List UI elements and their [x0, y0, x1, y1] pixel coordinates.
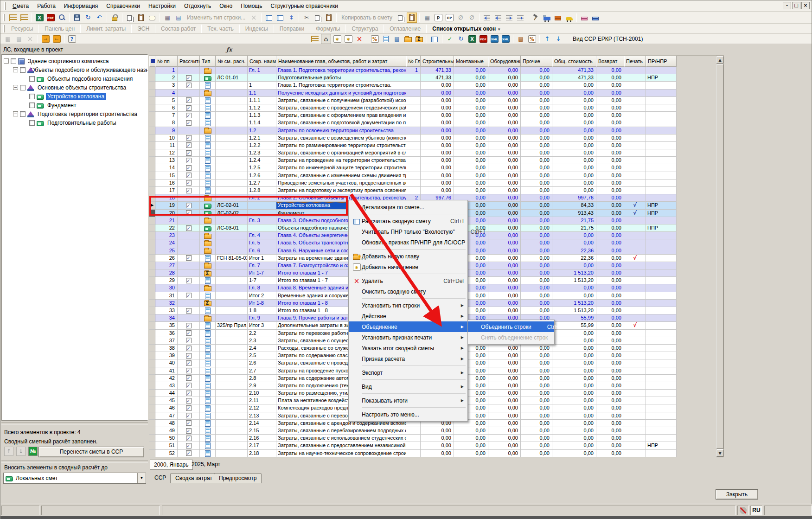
updown-button[interactable]: ↕ [286, 13, 296, 23]
checkbox-checked[interactable]: ✓ [186, 375, 192, 381]
levels-table-button[interactable] [275, 13, 285, 23]
remove-position-button[interactable] [136, 13, 146, 23]
checkbox-checked[interactable]: ✓ [186, 360, 192, 366]
collapse-icon[interactable]: − [13, 85, 18, 90]
tab-предпросмотр[interactable]: Предпросмотр [214, 473, 262, 483]
new-doc-button[interactable]: ✱ [332, 34, 342, 44]
menu-9[interactable]: Структурные справочники [266, 1, 342, 11]
table-row-52[interactable]: 52✓2.18Затраты на научно-техническое соп… [149, 450, 677, 457]
column-header-o[interactable]: Оборудование [488, 56, 521, 67]
menu-item-14[interactable]: Действие▶ [349, 311, 467, 321]
scroll-thumb[interactable] [716, 64, 723, 449]
checkbox-checked[interactable]: ✓ [186, 120, 192, 126]
checkbox-checked[interactable]: ✓ [186, 135, 192, 141]
transfer-estimates-button[interactable]: Перенести сметы в ССР [38, 447, 144, 457]
books-blue-button[interactable] [590, 13, 601, 23]
column-header-m[interactable]: Монтажные [454, 56, 488, 67]
column-header-n[interactable]: № пп [155, 56, 178, 67]
table-row-51[interactable]: 51✓2.17Затраты, связанные с предоставлен… [149, 442, 677, 449]
column-header-v[interactable]: Возврат [596, 56, 624, 67]
checkbox-checked[interactable]: ✓ [186, 75, 192, 81]
move-down-button[interactable]: ↓ [553, 34, 563, 44]
rows-table-button[interactable] [264, 13, 274, 23]
copy-doc-button[interactable]: ▤ [392, 34, 402, 44]
table-row-11[interactable]: 11✓1.2.2Затраты по разминированию террит… [149, 142, 677, 149]
minimize-button[interactable]: - [783, 2, 791, 9]
panel-button-12[interactable]: Список открытых окон▼ [428, 25, 505, 33]
menu-item-26[interactable]: Настроить это меню... [349, 409, 467, 420]
table-row-1[interactable]: 1Гл. 1Глава 1. Подготовка территории стр… [149, 67, 677, 74]
menu-item-15[interactable]: Объединение▶ [349, 321, 467, 332]
checkbox-checked[interactable]: ✓ [186, 443, 192, 449]
checkbox-checked[interactable]: ✓ [186, 97, 192, 103]
tree-node-2[interactable]: −Объекты подсобного и обслуживающего наз… [2, 65, 147, 74]
protection-button[interactable] [109, 13, 120, 23]
table-row-6[interactable]: 6✓1.1.2Затраты, связанные с проведением … [149, 104, 677, 112]
checkbox-checked[interactable]: ✓ [186, 323, 192, 328]
table-row-7[interactable]: 7✓1.1.3Затраты, связанные с оформлением … [149, 112, 677, 119]
move-up-button[interactable]: ↑ [542, 34, 552, 44]
strike-doc-button[interactable]: ∅ [455, 13, 466, 23]
blue-doc-button[interactable] [381, 34, 391, 44]
column-header-nm[interactable]: Наименование глав, объектов, работ и зат… [276, 56, 406, 67]
close-button[interactable]: Закрыть [716, 489, 758, 500]
tab-сводка-затрат[interactable]: Сводка затрат [170, 473, 217, 483]
menu-item-17[interactable]: Указать итог сводной сметы▶ [349, 343, 467, 353]
checkbox-checked[interactable]: ✓ [186, 150, 192, 156]
menu-item-4[interactable]: Учитывать ПНР только "Вхолостую"Ctrl+T [349, 226, 467, 237]
tree-node-4[interactable]: −Основные объекты строительства [2, 83, 147, 92]
checkbox-checked[interactable]: ✓ [186, 255, 192, 261]
checkbox-checked[interactable]: ✓ [186, 83, 192, 88]
checkbox-checked[interactable]: ✓ [186, 413, 192, 418]
excel-button[interactable]: X [467, 34, 477, 44]
indent-right-button[interactable] [515, 13, 525, 23]
menu-2[interactable]: Работа [33, 1, 60, 11]
column-header-chk[interactable]: Рассчитыв [178, 56, 200, 67]
numbering-button[interactable]: № [28, 447, 38, 456]
checkbox-checked[interactable]: ✓ [186, 383, 192, 388]
tab-сср[interactable]: ССР [150, 473, 171, 483]
table-row-5[interactable]: 5✓1.1.1Затраты, связанные с получением (… [149, 97, 677, 104]
vertical-scrollbar[interactable]: ▲ ▼ [716, 56, 724, 457]
checkbox-checked[interactable]: ✓ [186, 225, 192, 231]
table-row-9[interactable]: 91.2Затраты по освоению территории строи… [149, 127, 677, 135]
export-pdf-button[interactable]: PDF [45, 13, 56, 23]
undo-button[interactable]: ↶ [94, 13, 104, 23]
book-orange-button[interactable]: ▤ [516, 34, 526, 44]
new-doc2-button[interactable]: ✱ [343, 34, 353, 44]
scroll-up-button[interactable]: ▲ [716, 56, 723, 64]
checkbox-checked[interactable]: ✓ [186, 353, 192, 359]
strike-doc2-button[interactable]: ∅ [467, 13, 477, 23]
menu-item-22[interactable]: Вид▶ [349, 381, 467, 392]
checkbox-checked[interactable]: ✓ [186, 113, 192, 118]
checkbox-checked[interactable]: ✓ [186, 165, 192, 171]
menu-7[interactable]: Окно [215, 1, 237, 11]
folder-out-button[interactable]: ← [51, 34, 62, 44]
node-checkbox[interactable] [20, 111, 26, 117]
checkbox-checked[interactable]: ✓ [186, 308, 192, 314]
scroll-down-button[interactable]: ▼ [716, 449, 723, 457]
menu-item-16[interactable]: Установить признак печати▶ [349, 332, 467, 343]
copy-button[interactable] [313, 13, 323, 23]
checkbox-checked[interactable]: ✓ [186, 173, 192, 178]
checkbox-checked[interactable]: ✓ [186, 188, 192, 193]
books-pink-button[interactable] [579, 13, 589, 23]
table-row-16[interactable]: 16✓1.2.7Приведение земельных участков, п… [149, 179, 677, 187]
insert-level-combobox[interactable]: Локальных смет ▼ [3, 473, 146, 484]
table-row-10[interactable]: 10✓1.2.1Затраты, связанные с возмещением… [149, 135, 677, 142]
menu-item-3[interactable]: Рассчитать сводную сметуCtrl+I [349, 216, 467, 226]
table-row-12[interactable]: 12✓1.2.3Затраты, связанные с организацие… [149, 149, 677, 157]
export-excel-button[interactable]: X [34, 13, 45, 23]
collapse-icon[interactable]: − [13, 111, 18, 116]
menu-item-10[interactable]: ×УдалитьCtrl+Del [349, 276, 467, 286]
copy-to-estimate-button[interactable] [396, 13, 406, 23]
checkbox-checked[interactable]: ✓ [186, 203, 192, 208]
menu-item-11[interactable]: Очистить сводную смету [349, 286, 467, 297]
column-header-np[interactable]: ПР/НПР [646, 56, 677, 67]
tree-node-3[interactable]: Объекты подсобного назначения [2, 74, 147, 83]
pdf-button[interactable]: PDF [478, 34, 488, 44]
save-button[interactable] [72, 13, 82, 23]
restore-button[interactable]: □ [792, 2, 800, 9]
xml2-button[interactable]: XML [500, 34, 511, 44]
tree-structure-button[interactable] [8, 13, 18, 23]
